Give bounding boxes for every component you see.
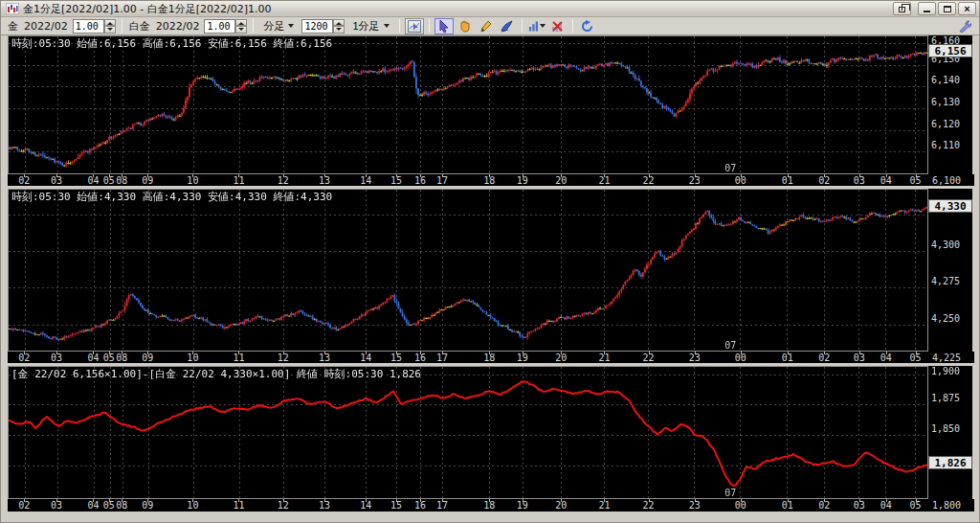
gold-time-label: 08 [116,175,127,186]
gold-y-tick: 6,130 [931,97,960,107]
gold-y-tick: 6,140 [931,75,960,85]
platinum-time-label: 05 [103,352,115,363]
spread-time-label: 05 [910,500,922,511]
platinum-ratio-input[interactable] [204,19,235,34]
title-bar[interactable]: 金1分足[2022/02]1.00 - 白金1分足[2022/02]1.00 × [1,1,979,17]
gold-time-label: 19 [517,175,528,186]
spread-time-label: 21 [598,500,610,511]
refresh-button[interactable] [578,18,597,34]
spread-time-label: 18 [483,500,495,511]
close-icon: × [964,4,969,14]
platinum-time-label: 19 [517,352,528,363]
gold-time-label: 03 [854,175,865,186]
gold-time-label: 00 [735,175,746,186]
maximize-icon [944,6,951,12]
indicator-delete-button[interactable] [548,18,568,34]
settings-button[interactable] [955,18,974,34]
maximize-button[interactable] [938,2,956,15]
gold-time-label: 04 [880,175,892,186]
platinum-price-axis: 4,330 4,3254,3004,2754,250 [928,189,972,352]
bar-chart-icon [528,20,539,32]
gold-time-label: 01 [782,175,793,186]
gold-price-axis: 6,156 6,1606,1506,1406,1306,1206,110 [928,35,972,174]
gold-ratio-down-button[interactable] [104,26,116,34]
gold-time-label: 13 [319,175,330,186]
pan-tool-button[interactable] [456,18,475,34]
platinum-chart-canvas[interactable] [9,190,927,351]
gold-time-label: 20 [555,175,567,186]
pencil-tool-button[interactable] [477,18,496,34]
spread-y-tick: 1,875 [931,393,960,403]
spread-y-tick: 1,850 [931,423,960,434]
pen-tool-button[interactable] [498,18,517,34]
spread-time-label: 15 [390,500,402,511]
gold-time-label: 15 [390,175,402,186]
platinum-y-tick: 4,275 [931,276,960,286]
platinum-time-label: 17 [436,352,448,363]
platinum-last-price-badge: 4,330 [928,199,972,213]
bar-count-down-button[interactable] [333,26,345,34]
platinum-time-label: 08 [116,352,127,363]
window-buttons: × [893,2,976,15]
platinum-time-label: 16 [414,352,426,363]
platinum-info-line: 時刻:05:30 始値:4,330 高値:4,330 安値:4,330 終値:4… [11,190,332,204]
chart-cursor-icon [408,20,421,33]
spread-time-label: 05 [103,500,115,511]
gold-y-tick: 6,110 [931,140,960,150]
bar-count-up-button[interactable] [333,19,345,27]
platinum-time-label: 18 [483,352,495,363]
chevron-down-icon [288,24,294,28]
platinum-ratio-spinner [204,19,247,34]
minimize-button[interactable] [918,2,936,15]
toolbar-separator [399,19,400,33]
spread-plot-area: [金 22/02 6,156×1.00]-[白金 22/02 4,330×1.0… [8,366,928,499]
platinum-time-label: 02 [818,352,830,363]
spread-time-label: 03 [854,500,865,511]
platinum-time-label: 04 [880,352,892,363]
gold-ratio-input[interactable] [73,19,104,34]
spread-time-label: 00 [735,500,746,511]
platinum-time-label: 10 [187,352,198,363]
interval-dropdown[interactable]: 1分足 [347,18,393,34]
indicator-chart-menu-button[interactable] [527,18,546,34]
bar-count-input[interactable] [301,19,333,34]
chart-cursor-tool-button[interactable] [405,18,424,34]
spread-time-label: 13 [319,500,330,511]
gold-time-label: 17 [436,175,448,186]
select-tool-button[interactable] [434,18,454,34]
platinum-chart-panel: 時刻:05:30 始値:4,330 高値:4,330 安値:4,330 終値:4… [8,189,972,363]
restore-button[interactable] [893,2,911,15]
bar-count-spinner [301,19,345,34]
settings-wrench-icon [959,20,971,33]
pen-icon [501,20,514,33]
toolbar-separator [429,19,430,33]
minimize-icon [924,11,930,12]
gold-time-label: 14 [360,175,371,186]
period-type-dropdown[interactable]: 分足 [258,18,299,34]
gold-time-label: 23 [689,175,701,186]
platinum-time-label: 13 [319,352,330,363]
spread-chart-canvas[interactable] [9,367,927,498]
gold-time-label: 02 [818,175,830,186]
gold-time-label: 05 [910,175,922,186]
spread-time-label: 14 [360,500,371,511]
spread-time-label: 09 [142,500,153,511]
gold-time-label: 18 [483,175,495,186]
spread-time-label: 22 [643,500,655,511]
platinum-ratio-down-button[interactable] [235,26,247,34]
platinum-time-label: 22 [643,352,655,363]
spread-info-line: [金 22/02 6,156×1.00]-[白金 22/02 4,330×1.0… [11,367,421,381]
platinum-time-label: 11 [233,352,244,363]
platinum-ratio-up-button[interactable] [235,19,247,27]
close-button[interactable]: × [958,2,976,15]
platinum-date-marker: 07 [724,340,736,351]
spread-price-axis: 1,826 1,9001,8751,850 [928,366,972,499]
spread-time-label: 03 [51,500,62,511]
gold-ratio-up-button[interactable] [104,19,116,27]
spread-time-label: 23 [689,500,701,511]
gold-date-marker: 07 [724,163,736,173]
spread-time-axis: 0203040508091011121314151617181920212223… [8,499,974,512]
gold-time-label: 09 [142,175,153,186]
toolbar-separator [253,19,254,33]
gold-chart-canvas[interactable] [9,36,927,173]
